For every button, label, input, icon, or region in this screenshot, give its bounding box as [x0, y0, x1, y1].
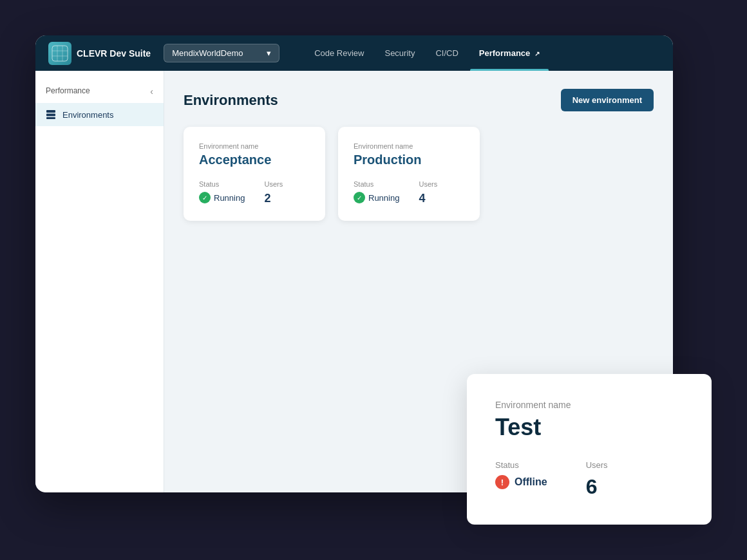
running-icon-production: ✓: [354, 192, 365, 203]
env-cards-list: Environment name Acceptance Status ✓ Run…: [184, 127, 654, 221]
svg-rect-0: [52, 46, 68, 61]
offline-icon: !: [495, 475, 509, 489]
logo-text: CLEVR Dev Suite: [77, 48, 151, 59]
nav-item-cicd[interactable]: CI/CD: [426, 43, 467, 63]
floating-status-section: Status ! Offline: [495, 460, 547, 499]
users-section-production: Users 4: [419, 180, 437, 205]
external-link-icon: ↗: [534, 50, 540, 57]
content-header: Environments New environment: [184, 89, 654, 111]
floating-status-label: Status: [495, 460, 547, 470]
logo-icon: [48, 42, 71, 65]
users-section-acceptance: Users 2: [264, 180, 283, 205]
sidebar: Performance ‹ Environments: [35, 71, 164, 492]
topbar: CLEVR Dev Suite MendixWorldDemo ▾ Code R…: [35, 35, 673, 71]
nav-item-code-review[interactable]: Code Review: [305, 43, 373, 63]
floating-status-value: ! Offline: [495, 475, 547, 489]
running-icon-acceptance: ✓: [199, 192, 211, 203]
nav-item-security[interactable]: Security: [375, 43, 424, 63]
env-meta-production: Status ✓ Running Users 4: [354, 180, 464, 205]
status-section-acceptance: Status ✓ Running: [199, 180, 245, 205]
floating-env-name: Test: [495, 414, 683, 441]
svg-rect-7: [46, 117, 55, 119]
logo-area: CLEVR Dev Suite: [48, 42, 151, 65]
floating-users-section: Users 6: [586, 460, 608, 499]
env-name-label-acceptance: Environment name: [199, 142, 310, 150]
floating-meta: Status ! Offline Users 6: [495, 460, 683, 499]
users-count-acceptance: 2: [264, 192, 283, 205]
floating-users-count: 6: [586, 475, 608, 499]
env-card-production[interactable]: Environment name Production Status ✓ Run…: [338, 127, 480, 221]
sidebar-section-header: Performance ‹: [35, 81, 164, 103]
environments-icon: [46, 109, 56, 120]
page-title: Environments: [184, 92, 278, 109]
new-environment-button[interactable]: New environment: [561, 89, 654, 111]
env-name-label-production: Environment name: [354, 142, 464, 150]
users-count-production: 4: [419, 192, 437, 205]
env-name-acceptance: Acceptance: [199, 153, 310, 167]
status-label-acceptance: Status: [199, 180, 245, 188]
status-label-production: Status: [354, 180, 399, 188]
dropdown-chevron-icon: ▾: [267, 48, 271, 58]
sidebar-collapse-button[interactable]: ‹: [150, 86, 153, 97]
floating-env-card-test: Environment name Test Status ! Offline U…: [467, 374, 712, 525]
floating-env-name-label: Environment name: [495, 400, 683, 410]
sidebar-item-environments[interactable]: Environments: [35, 103, 164, 126]
env-meta-acceptance: Status ✓ Running Users 2: [199, 180, 310, 205]
status-section-production: Status ✓ Running: [354, 180, 399, 205]
users-label-production: Users: [419, 180, 437, 188]
svg-rect-5: [46, 110, 55, 113]
status-value-acceptance: ✓ Running: [199, 192, 245, 203]
env-name-production: Production: [354, 153, 464, 167]
project-name: MendixWorldDemo: [172, 48, 243, 58]
project-selector[interactable]: MendixWorldDemo ▾: [164, 44, 279, 62]
status-value-production: ✓ Running: [354, 192, 399, 203]
nav-item-performance[interactable]: Performance ↗: [470, 43, 549, 63]
svg-rect-6: [46, 114, 55, 117]
floating-users-label: Users: [586, 460, 608, 470]
env-card-acceptance[interactable]: Environment name Acceptance Status ✓ Run…: [184, 127, 325, 221]
top-nav: Code Review Security CI/CD Performance ↗: [305, 43, 660, 63]
users-label-acceptance: Users: [264, 180, 283, 188]
